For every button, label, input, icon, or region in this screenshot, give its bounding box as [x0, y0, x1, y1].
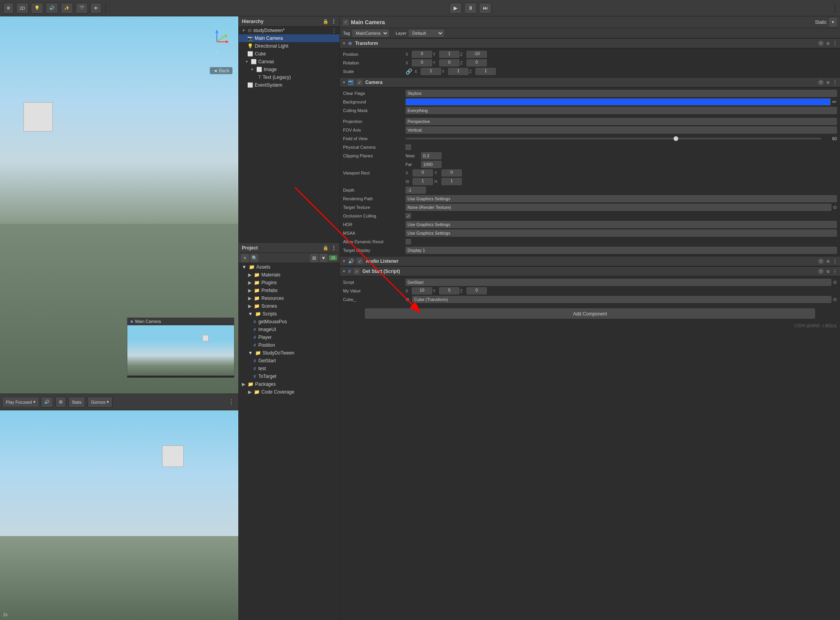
audio-info[interactable]: ?	[818, 258, 824, 264]
hierarchy-item-cube[interactable]: ⬜ Cube	[239, 50, 340, 58]
project-filter-btn[interactable]: ▼	[320, 254, 327, 262]
add-component-button[interactable]: Add Component	[365, 308, 815, 319]
occlusion-culling-checkbox[interactable]	[406, 213, 411, 219]
clipping-near-input[interactable]: 0.3	[421, 152, 441, 159]
back-label[interactable]: ◄ Back	[210, 67, 232, 74]
scale-y[interactable]: 1	[448, 68, 468, 75]
project-resources[interactable]: ▶ 📁 Resources	[239, 294, 340, 302]
camera-settings[interactable]: ⚙	[825, 80, 831, 85]
project-scenes[interactable]: ▶ 📁 Scenes	[239, 302, 340, 310]
camera-active-checkbox[interactable]	[357, 80, 362, 85]
scene-overflow-menu[interactable]: ⋮	[229, 20, 235, 27]
position-y[interactable]: 1	[439, 51, 459, 58]
hdr-dropdown[interactable]: Use Graphics Settings	[406, 221, 837, 228]
hierarchy-scene-root[interactable]: ▼ ⊙ studyDotween* ⋮	[239, 27, 340, 34]
scene-view-btn[interactable]: 🎬	[75, 3, 88, 14]
my-value-y[interactable]: 5	[439, 287, 459, 294]
project-add-btn[interactable]: +	[241, 254, 249, 262]
hierarchy-overflow[interactable]: ⋮	[331, 18, 336, 25]
project-overflow[interactable]: ⋮	[331, 245, 336, 251]
fx-btn[interactable]: ✨	[61, 3, 73, 14]
getstart-header[interactable]: ▼ # Get Start (Script) ? ⚙ ⋮	[340, 266, 840, 276]
scene-tools-btn[interactable]: ⊕	[3, 3, 14, 14]
scale-x[interactable]: 1	[421, 68, 441, 75]
project-packages-folder[interactable]: ▶ 📁 Packages	[239, 380, 340, 388]
hierarchy-item-image[interactable]: ▼ ⬜ Image	[239, 66, 340, 73]
play-focused-dropdown[interactable]: Play Focused ▾	[3, 398, 38, 406]
aspect-btn[interactable]: ⊞	[55, 397, 66, 408]
2d-btn[interactable]: 2D	[16, 3, 29, 14]
light-btn[interactable]: 💡	[31, 3, 43, 14]
viewport-w[interactable]: 1	[413, 178, 433, 185]
project-getmousepos[interactable]: # getMousePos	[239, 318, 340, 326]
target-texture-field[interactable]: None (Render Texture)	[406, 204, 831, 211]
inspector-scroll[interactable]: ▼ ⊕ Transform ? ⚙ ⋮ Position X 0	[340, 38, 840, 620]
project-studydotween-folder[interactable]: ▼ 📁 StudyDoTween	[239, 349, 340, 357]
camera-header[interactable]: ▼ 📷 Camera ? ⚙ ⋮	[340, 77, 840, 87]
fov-slider-thumb[interactable]	[674, 136, 678, 141]
project-plugins[interactable]: ▶ 📁 Plugins	[239, 279, 340, 287]
audio-listener-header[interactable]: ▼ 🔊 Audio Listener ? ⚙ ⋮	[340, 256, 840, 266]
project-player[interactable]: # Player	[239, 333, 340, 341]
viewport-x[interactable]: 0	[413, 169, 433, 176]
clipping-far-input[interactable]: 1000	[421, 161, 441, 168]
my-value-z[interactable]: 0	[466, 287, 487, 294]
color-picker-icon[interactable]: ✏	[832, 99, 837, 105]
fov-slider-track[interactable]	[406, 138, 821, 139]
play-button[interactable]: ▶	[449, 3, 462, 14]
layer-dropdown[interactable]: Default	[409, 30, 444, 37]
getstart-info[interactable]: ?	[818, 269, 824, 274]
cube-picker[interactable]: ⊙	[833, 297, 837, 302]
depth-input[interactable]: -1	[406, 187, 426, 194]
tag-dropdown[interactable]: MainCamera	[352, 30, 389, 37]
hierarchy-item-canvas[interactable]: ▼ ⬜ Canvas	[239, 58, 340, 66]
project-position[interactable]: # Position	[239, 341, 340, 349]
hierarchy-item-main-camera[interactable]: 📷 Main Camera	[239, 34, 340, 42]
scale-z[interactable]: 1	[475, 68, 496, 75]
speaker-btn[interactable]: 🔊	[41, 397, 53, 408]
clear-flags-dropdown[interactable]: Skybox	[406, 90, 837, 97]
target-display-dropdown[interactable]: Display 1	[406, 247, 837, 254]
project-imageui[interactable]: # ImageUI	[239, 326, 340, 333]
transform-settings[interactable]: ⚙	[825, 41, 831, 46]
step-button[interactable]: ⏭	[479, 3, 491, 14]
project-code-coverage[interactable]: ▶ 📁 Code Coverage	[239, 388, 340, 396]
project-cols-btn[interactable]: ⊞	[310, 254, 318, 262]
rotation-x[interactable]: 0	[412, 59, 432, 66]
rotation-y[interactable]: 0	[439, 59, 459, 66]
audio-settings[interactable]: ⚙	[825, 258, 831, 264]
hierarchy-item-eventsystem[interactable]: ⬜ EventSystem	[239, 81, 340, 89]
physical-camera-checkbox[interactable]	[406, 144, 411, 150]
transform-header[interactable]: ▼ ⊕ Transform ? ⚙ ⋮	[340, 38, 840, 48]
project-scripts-folder[interactable]: ▼ 📁 Scripts	[239, 310, 340, 318]
viewport-h[interactable]: 1	[441, 178, 462, 185]
getstart-settings[interactable]: ⚙	[825, 269, 831, 274]
gizmos-btn[interactable]: Gizmos ▾	[88, 397, 113, 408]
script-picker[interactable]: ⊙	[833, 280, 837, 285]
gizmo-btn[interactable]: 👁	[90, 3, 102, 14]
target-texture-picker[interactable]: ⊙	[833, 205, 837, 210]
getstart-kebab[interactable]: ⋮	[832, 269, 838, 274]
projection-dropdown[interactable]: Perspective	[406, 118, 837, 125]
project-totarget[interactable]: # ToTarget	[239, 372, 340, 380]
getstart-active-checkbox[interactable]	[354, 269, 359, 274]
allow-dynamic-checkbox[interactable]	[406, 239, 411, 244]
project-materials[interactable]: ▶ 📁 Materials	[239, 271, 340, 279]
project-test[interactable]: # test	[239, 365, 340, 372]
hierarchy-item-text[interactable]: T Text (Legacy)	[239, 73, 340, 81]
game-overflow-menu[interactable]: ⋮	[228, 398, 234, 406]
transform-kebab[interactable]: ⋮	[832, 41, 838, 46]
scene-menu-btn[interactable]: ⋮	[332, 28, 336, 33]
stats-btn[interactable]: Stats	[68, 397, 85, 408]
camera-info[interactable]: ?	[818, 80, 824, 85]
hierarchy-item-directional-light[interactable]: 💡 Directional Light	[239, 42, 340, 50]
viewport-y[interactable]: 0	[441, 169, 462, 176]
background-color-swatch[interactable]	[406, 98, 831, 105]
culling-mask-dropdown[interactable]: Everything	[406, 107, 837, 114]
audio-kebab[interactable]: ⋮	[832, 258, 838, 264]
game-scene-area[interactable]: 2x	[0, 410, 238, 620]
project-lock-btn[interactable]: 🔒	[323, 245, 329, 251]
position-z[interactable]: -10	[466, 51, 487, 58]
transform-info[interactable]: ?	[818, 41, 824, 46]
my-value-x[interactable]: 10	[412, 287, 432, 294]
